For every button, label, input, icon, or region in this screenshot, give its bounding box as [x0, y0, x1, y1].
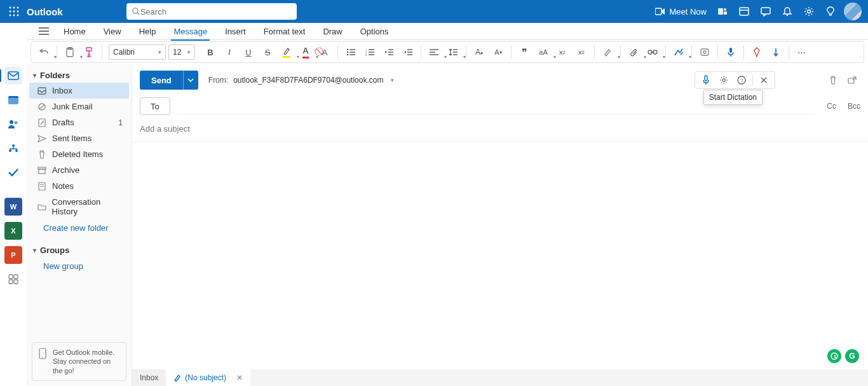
underline-icon[interactable]: U: [240, 43, 257, 61]
from-dropdown-icon[interactable]: ▾: [391, 77, 394, 83]
pencil-icon: [173, 374, 181, 382]
menu-format-text[interactable]: Format text: [255, 23, 315, 40]
account-avatar[interactable]: [844, 3, 862, 20]
rail-mail-icon[interactable]: [4, 67, 22, 85]
body-input[interactable]: [140, 147, 860, 381]
tips-icon[interactable]: [820, 0, 841, 23]
decrease-indent-icon[interactable]: [380, 43, 398, 61]
font-color-icon[interactable]: A▾: [297, 43, 315, 61]
font-selector[interactable]: Calibri▾: [109, 45, 166, 60]
decrease-font-icon[interactable]: A▾: [489, 43, 507, 61]
send-button[interactable]: Send: [140, 71, 183, 90]
svg-rect-26: [86, 48, 92, 51]
highlight-icon[interactable]: ▾: [278, 43, 295, 61]
rail-excel-icon[interactable]: X: [4, 222, 22, 240]
subscript-icon[interactable]: x2: [553, 43, 571, 61]
folder-inbox[interactable]: Inbox: [29, 83, 129, 99]
create-folder-link[interactable]: Create new folder: [27, 219, 132, 237]
line-spacing-icon[interactable]: ▾: [444, 43, 462, 61]
folder-junk[interactable]: Junk Email: [27, 99, 132, 114]
cc-link[interactable]: Cc: [827, 102, 836, 111]
chat-icon[interactable]: [755, 0, 776, 23]
popout-icon[interactable]: [844, 72, 860, 88]
link-icon[interactable]: ▾: [644, 43, 661, 61]
menu-home[interactable]: Home: [55, 23, 95, 40]
notifications-icon[interactable]: [776, 0, 798, 23]
search-input[interactable]: [140, 7, 292, 17]
signature-icon[interactable]: ▾: [670, 43, 688, 61]
meet-now-button[interactable]: Meet Now: [650, 7, 712, 17]
rail-more-apps-icon[interactable]: [4, 270, 22, 288]
grammarly-icon-1[interactable]: [827, 349, 841, 363]
sensitivity-icon[interactable]: [748, 43, 766, 61]
italic-icon[interactable]: I: [220, 43, 238, 61]
gear-icon[interactable]: [715, 72, 732, 88]
groups-section[interactable]: ▾ Groups: [27, 243, 132, 258]
quote-icon[interactable]: ❞: [515, 43, 533, 61]
svg-rect-65: [9, 275, 13, 279]
help-icon[interactable]: ?: [733, 72, 750, 88]
menu-draw[interactable]: Draw: [314, 23, 351, 40]
folder-notes[interactable]: Notes: [27, 178, 132, 194]
folder-label: Notes: [52, 181, 74, 191]
from-address[interactable]: outlook_F34F8D7FA6DF9704@outlook.com: [233, 76, 383, 85]
tab-draft[interactable]: (No subject) ✕: [166, 369, 250, 386]
new-group-link[interactable]: New group: [27, 258, 132, 275]
folder-sent[interactable]: Sent Items: [27, 130, 132, 146]
loop-icon[interactable]: [696, 43, 714, 61]
format-painter-icon[interactable]: [80, 43, 98, 61]
bcc-link[interactable]: Bcc: [848, 102, 860, 111]
tab-inbox[interactable]: Inbox: [132, 369, 166, 386]
settings-header-icon[interactable]: [798, 0, 820, 23]
styles-icon[interactable]: ▾: [599, 43, 616, 61]
teams-icon[interactable]: [712, 0, 733, 23]
app-launcher-icon[interactable]: [4, 1, 24, 22]
strikethrough-icon[interactable]: S: [259, 43, 276, 61]
calendar-header-icon[interactable]: [733, 0, 755, 23]
clear-format-icon[interactable]: A⃠: [316, 43, 334, 61]
menu-help[interactable]: Help: [130, 23, 165, 40]
dictate-toolbar-icon[interactable]: [722, 43, 740, 61]
send-more-button[interactable]: [183, 71, 198, 90]
increase-font-icon[interactable]: A▴: [470, 43, 488, 61]
app-rail: W X P: [0, 64, 27, 386]
mic-icon[interactable]: [698, 72, 714, 88]
bullet-list-icon[interactable]: [342, 43, 360, 61]
rail-org-icon[interactable]: [4, 139, 22, 157]
rail-powerpoint-icon[interactable]: P: [4, 246, 22, 264]
folder-conversation-history[interactable]: Conversation History: [27, 194, 132, 219]
attach-icon[interactable]: ▾: [625, 43, 642, 61]
mobile-promo[interactable]: Get Outlook mobile. Stay connected on th…: [32, 342, 126, 381]
paste-icon[interactable]: ▾: [61, 43, 79, 61]
more-toolbar-icon[interactable]: ⋯: [793, 43, 811, 61]
search-box[interactable]: [126, 3, 297, 20]
rail-calendar-icon[interactable]: [4, 91, 22, 109]
menu-insert[interactable]: Insert: [216, 23, 255, 40]
number-list-icon[interactable]: 123: [361, 43, 379, 61]
change-case-icon[interactable]: aA▾: [534, 43, 552, 61]
discard-icon[interactable]: [825, 72, 841, 88]
folder-drafts[interactable]: Drafts 1: [27, 114, 132, 130]
rail-people-icon[interactable]: [4, 115, 22, 133]
undo-icon[interactable]: ▾: [35, 43, 53, 61]
close-icon[interactable]: ✕: [236, 373, 243, 382]
to-button[interactable]: To: [140, 97, 170, 115]
folders-section[interactable]: ▾ Folders: [27, 68, 132, 83]
menu-message[interactable]: Message: [165, 23, 216, 40]
subject-input[interactable]: [140, 121, 860, 136]
grammarly-icon-2[interactable]: G: [845, 349, 859, 363]
align-icon[interactable]: ▾: [425, 43, 443, 61]
superscript-icon[interactable]: x2: [573, 43, 590, 61]
rail-todo-icon[interactable]: [4, 163, 22, 181]
bold-icon[interactable]: B: [201, 43, 219, 61]
increase-indent-icon[interactable]: [399, 43, 417, 61]
hamburger-icon[interactable]: [33, 23, 55, 40]
rail-word-icon[interactable]: W: [4, 198, 22, 216]
editor-icon[interactable]: [767, 43, 785, 61]
menu-options[interactable]: Options: [351, 23, 398, 40]
menu-view[interactable]: View: [95, 23, 130, 40]
close-panel-icon[interactable]: [756, 72, 772, 88]
folder-archive[interactable]: Archive: [27, 162, 132, 178]
font-size-selector[interactable]: 12▾: [168, 45, 195, 60]
folder-deleted[interactable]: Deleted Items: [27, 146, 132, 162]
